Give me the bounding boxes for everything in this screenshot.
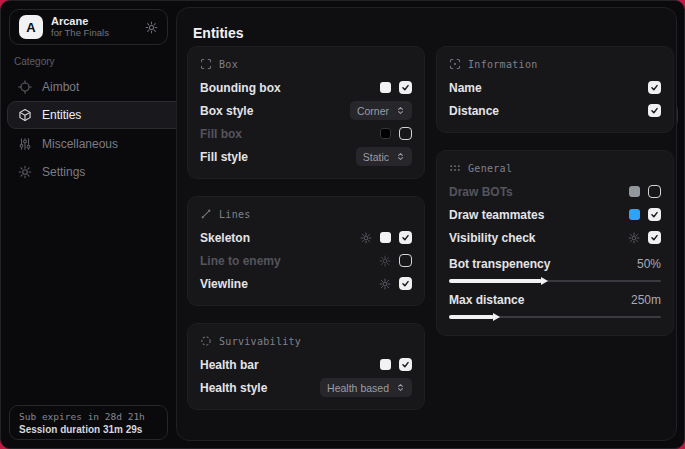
crosshair-icon <box>18 80 32 94</box>
gear-icon[interactable] <box>360 232 372 244</box>
dashed-circle-icon <box>200 335 212 347</box>
skeleton-checkbox[interactable] <box>399 231 412 244</box>
diagonal-line-icon <box>200 208 212 220</box>
page-title: Entities <box>193 25 244 41</box>
viewline-row: Viewline <box>200 272 412 295</box>
setting-label: Viewline <box>200 277 248 291</box>
color-swatch[interactable] <box>380 232 391 243</box>
color-swatch[interactable] <box>380 359 391 370</box>
setting-label: Bounding box <box>200 81 281 95</box>
brand-subtitle: for The Finals <box>51 28 109 39</box>
sidebar-item-label: Entities <box>42 108 81 122</box>
session-duration-text: Session duration 31m 29s <box>19 424 158 435</box>
name-row: Name <box>449 76 661 99</box>
slider-value: 250m <box>631 293 661 307</box>
health-bar-checkbox[interactable] <box>399 358 412 371</box>
slider-value: 50% <box>637 257 661 271</box>
sidebar-item-label: Aimbot <box>42 80 79 94</box>
mixer-icon <box>18 137 32 151</box>
brand-logo: A <box>19 15 43 39</box>
subscription-info-card: Sub expires in 28d 21h Session duration … <box>9 405 168 440</box>
setting-label: Bot transpenency <box>449 257 550 271</box>
max-distance-setting: Max distance 250m <box>449 291 661 321</box>
box-card: Box Bounding box Box style Corner <box>187 46 425 179</box>
information-card: Information Name Distance <box>436 46 674 133</box>
chevron-up-down-icon <box>396 383 405 392</box>
gear-icon[interactable] <box>145 21 158 34</box>
setting-label: Name <box>449 81 482 95</box>
gear-icon[interactable] <box>379 255 391 267</box>
sidebar-item-label: Miscellaneous <box>42 137 118 151</box>
color-swatch[interactable] <box>380 82 391 93</box>
color-swatch[interactable] <box>380 128 391 139</box>
fill-box-checkbox[interactable] <box>399 127 412 140</box>
name-checkbox[interactable] <box>648 81 661 94</box>
bounding-box-checkbox[interactable] <box>399 81 412 94</box>
line-to-enemy-checkbox[interactable] <box>399 254 412 267</box>
draw-teammates-checkbox[interactable] <box>648 208 661 221</box>
skeleton-row: Skeleton <box>200 226 412 249</box>
line-to-enemy-row: Line to enemy <box>200 249 412 272</box>
slider-fill <box>449 279 542 283</box>
gear-icon[interactable] <box>628 232 640 244</box>
box-style-row: Box style Corner <box>200 99 412 122</box>
category-label: Category <box>14 56 55 67</box>
health-style-row: Health style Health based <box>200 376 412 399</box>
survivability-card: Survivability Health bar Health style He… <box>187 323 425 410</box>
setting-label: Max distance <box>449 293 524 307</box>
setting-label: Skeleton <box>200 231 250 245</box>
draw-bots-row: Draw BOTs <box>449 180 661 203</box>
general-card: General Draw BOTs Draw teammates <box>436 150 674 336</box>
lines-card: Lines Skeleton Line to enem <box>187 196 425 306</box>
setting-label: Visibility check <box>449 231 536 245</box>
card-title: General <box>468 163 512 174</box>
dots-grid-icon <box>449 162 461 174</box>
fill-style-dropdown[interactable]: Static <box>356 147 412 166</box>
health-bar-row: Health bar <box>200 353 412 376</box>
distance-checkbox[interactable] <box>648 104 661 117</box>
draw-teammates-row: Draw teammates <box>449 203 661 226</box>
setting-label: Box style <box>200 104 253 118</box>
cube-icon <box>18 108 32 122</box>
max-distance-slider[interactable] <box>449 312 661 321</box>
sub-expiry-text: Sub expires in 28d 21h <box>19 411 158 422</box>
brand-card: A Arcane for The Finals <box>9 9 168 45</box>
slider-fill <box>449 315 494 319</box>
setting-label: Line to enemy <box>200 254 281 268</box>
setting-label: Draw teammates <box>449 208 544 222</box>
chevron-up-down-icon <box>396 106 405 115</box>
box-style-dropdown[interactable]: Corner <box>350 101 412 120</box>
dropdown-value: Health based <box>327 382 389 394</box>
card-title: Lines <box>219 209 251 220</box>
visibility-check-row: Visibility check <box>449 226 661 249</box>
slider-thumb[interactable] <box>493 313 500 321</box>
app-window: A Arcane for The Finals Category Aimbot … <box>0 0 685 449</box>
brand-name: Arcane <box>51 15 109 28</box>
gear-icon <box>18 165 32 179</box>
slider-thumb[interactable] <box>541 277 548 285</box>
card-title: Survivability <box>219 336 301 347</box>
setting-label: Fill style <box>200 150 248 164</box>
viewline-checkbox[interactable] <box>399 277 412 290</box>
draw-bots-checkbox[interactable] <box>648 185 661 198</box>
box-corners-icon <box>200 58 212 70</box>
fill-box-row: Fill box <box>200 122 412 145</box>
bounding-box-row: Bounding box <box>200 76 412 99</box>
main-panel: Entities Box Bounding box <box>176 7 677 441</box>
bot-transparency-slider[interactable] <box>449 276 661 285</box>
fill-style-row: Fill style Static <box>200 145 412 168</box>
distance-row: Distance <box>449 99 661 122</box>
gear-icon[interactable] <box>379 278 391 290</box>
color-swatch[interactable] <box>629 209 640 220</box>
visibility-check-checkbox[interactable] <box>648 231 661 244</box>
setting-label: Health bar <box>200 358 259 372</box>
bot-transparency-setting: Bot transpenency 50% <box>449 255 661 285</box>
setting-label: Fill box <box>200 127 242 141</box>
health-style-dropdown[interactable]: Health based <box>320 378 412 397</box>
scan-dot-icon <box>449 58 461 70</box>
setting-label: Draw BOTs <box>449 185 513 199</box>
setting-label: Distance <box>449 104 499 118</box>
chevron-up-down-icon <box>396 152 405 161</box>
color-swatch[interactable] <box>629 186 640 197</box>
sidebar-item-label: Settings <box>42 165 85 179</box>
